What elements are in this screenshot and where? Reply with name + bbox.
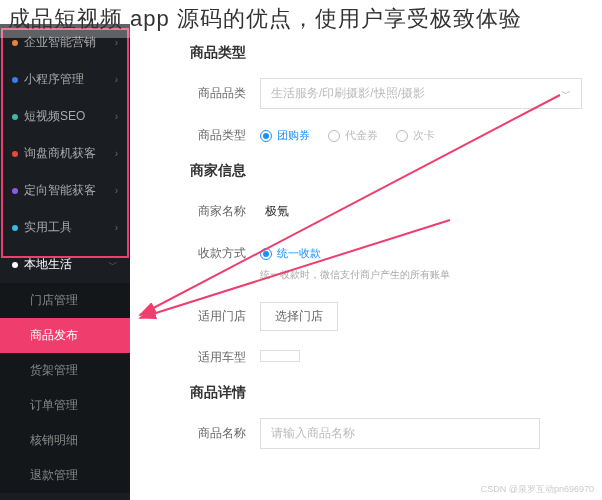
merchant-name-input[interactable]: 极氪: [260, 196, 480, 227]
sub-item-verify[interactable]: 核销明细: [0, 423, 130, 458]
sidebar-label: 实用工具: [24, 219, 72, 236]
dot-icon: [12, 151, 18, 157]
sub-item-shelf[interactable]: 货架管理: [0, 353, 130, 388]
radio-label: 统一收款: [277, 246, 321, 261]
watermark: CSDN @泉罗互动pn696970: [481, 483, 594, 496]
label-merchant-name: 商家名称: [150, 203, 260, 220]
chevron-right-icon: ›: [115, 74, 118, 85]
chevron-right-icon: ›: [115, 111, 118, 122]
sub-item-stores[interactable]: 门店管理: [0, 283, 130, 318]
label-car-type: 适用车型: [150, 349, 260, 366]
sub-item-orders[interactable]: 订单管理: [0, 388, 130, 423]
radio-label: 代金券: [345, 128, 378, 143]
chevron-right-icon: ›: [115, 222, 118, 233]
radio-icon: [260, 130, 272, 142]
radio-icon: [328, 130, 340, 142]
select-placeholder: 生活服务/印刷摄影/快照/摄影: [271, 85, 425, 102]
sidebar-label: 定向智能获客: [24, 182, 96, 199]
select-car-type[interactable]: [260, 350, 300, 362]
section-merchant: 商家信息: [190, 162, 582, 180]
sidebar-item-targeting[interactable]: 定向智能获客 ›: [0, 172, 130, 209]
sub-item-product-publish[interactable]: 商品发布: [0, 318, 130, 353]
dot-icon: [12, 225, 18, 231]
select-stores-button[interactable]: 选择门店: [260, 302, 338, 331]
dot-icon: [12, 77, 18, 83]
sub-item-refund[interactable]: 退款管理: [0, 458, 130, 493]
label-type: 商品类型: [150, 127, 260, 144]
chevron-right-icon: ›: [115, 185, 118, 196]
input-placeholder: 请输入商品名称: [271, 425, 355, 442]
sidebar-label: 小程序管理: [24, 71, 84, 88]
sidebar-item-leads[interactable]: 询盘商机获客 ›: [0, 135, 130, 172]
label-category: 商品品类: [150, 85, 260, 102]
section-product-type: 商品类型: [190, 44, 582, 62]
radio-unified-payment[interactable]: 统一收款: [260, 246, 321, 261]
sidebar-item-miniprogram[interactable]: 小程序管理 ›: [0, 61, 130, 98]
sidebar-label: 短视频SEO: [24, 108, 85, 125]
sidebar-item-tools[interactable]: 实用工具 ›: [0, 209, 130, 246]
sidebar: 企业智能营销 › 小程序管理 › 短视频SEO › 询盘商机获客 › 定向智能获…: [0, 24, 130, 500]
chevron-down-icon: ﹀: [108, 258, 118, 272]
main-content: 商品类型 商品品类 生活服务/印刷摄影/快照/摄影 ﹀ 商品类型 团购券 代金券: [130, 24, 602, 500]
sidebar-item-seo[interactable]: 短视频SEO ›: [0, 98, 130, 135]
sidebar-label: 询盘商机获客: [24, 145, 96, 162]
sidebar-item-system[interactable]: 系统管理 ›: [0, 493, 130, 500]
chevron-down-icon: ﹀: [561, 87, 571, 101]
radio-card[interactable]: 次卡: [396, 128, 435, 143]
label-product-name: 商品名称: [150, 425, 260, 442]
chevron-right-icon: ›: [115, 37, 118, 48]
page-title: 成品短视频 app 源码的优点，使用户享受极致体验: [0, 0, 602, 38]
sidebar-label: 本地生活: [24, 256, 72, 273]
radio-icon: [396, 130, 408, 142]
dot-icon: [12, 40, 18, 46]
product-name-input[interactable]: 请输入商品名称: [260, 418, 540, 449]
section-product-detail: 商品详情: [190, 384, 582, 402]
dot-icon: [12, 188, 18, 194]
chevron-right-icon: ›: [115, 148, 118, 159]
label-stores: 适用门店: [150, 308, 260, 325]
dot-icon: [12, 262, 18, 268]
radio-label: 次卡: [413, 128, 435, 143]
radio-groupbuy[interactable]: 团购券: [260, 128, 310, 143]
submenu: 门店管理 商品发布 货架管理 订单管理 核销明细 退款管理: [0, 283, 130, 493]
category-select[interactable]: 生活服务/印刷摄影/快照/摄影 ﹀: [260, 78, 582, 109]
radio-label: 团购券: [277, 128, 310, 143]
radio-voucher[interactable]: 代金券: [328, 128, 378, 143]
sidebar-item-local-life[interactable]: 本地生活 ﹀: [0, 246, 130, 283]
payment-helper: 统一收款时，微信支付商户产生的所有账单: [260, 268, 582, 282]
label-payment: 收款方式: [150, 245, 260, 262]
dot-icon: [12, 114, 18, 120]
radio-icon: [260, 248, 272, 260]
